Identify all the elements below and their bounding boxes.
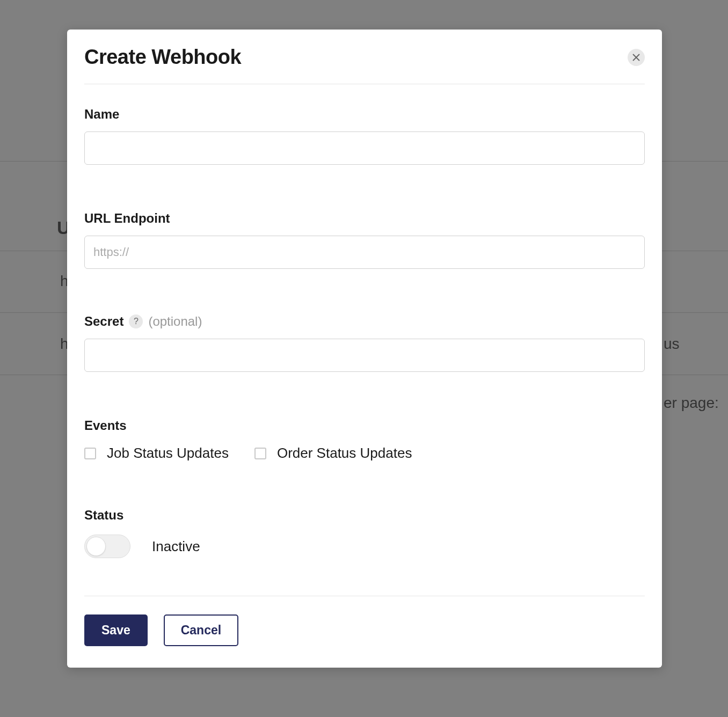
status-section: Status Inactive — [84, 508, 645, 558]
secret-input[interactable] — [84, 339, 645, 372]
url-endpoint-section: URL Endpoint — [84, 211, 645, 269]
create-webhook-modal: Create Webhook Name URL Endpoint Secret … — [67, 30, 662, 668]
status-label: Status — [84, 508, 645, 523]
close-button[interactable] — [628, 49, 645, 66]
url-endpoint-input[interactable] — [84, 236, 645, 269]
name-section: Name — [84, 107, 645, 165]
status-text: Inactive — [152, 538, 200, 555]
checkbox-job-status-label: Job Status Updates — [107, 445, 229, 462]
checkbox-job-status-box[interactable] — [84, 448, 96, 459]
name-input[interactable] — [84, 131, 645, 165]
modal-header: Create Webhook — [84, 46, 645, 84]
status-toggle[interactable] — [84, 535, 130, 558]
checkbox-job-status: Job Status Updates — [84, 445, 229, 462]
bg-text-fragment: er page: — [664, 394, 719, 412]
cancel-button[interactable]: Cancel — [164, 614, 238, 646]
bg-text-fragment: us — [664, 335, 680, 353]
close-icon — [632, 54, 640, 61]
modal-title: Create Webhook — [84, 46, 241, 69]
optional-text: (optional) — [148, 314, 202, 329]
secret-section: Secret ? (optional) — [84, 314, 645, 372]
checkbox-order-status: Order Status Updates — [254, 445, 412, 462]
checkbox-order-status-box[interactable] — [254, 448, 266, 459]
name-label: Name — [84, 107, 645, 122]
secret-label: Secret — [84, 314, 123, 329]
save-button[interactable]: Save — [84, 614, 148, 646]
help-icon[interactable]: ? — [129, 314, 143, 328]
events-section: Events Job Status Updates Order Status U… — [84, 418, 645, 462]
events-label: Events — [84, 418, 645, 433]
toggle-knob — [86, 537, 106, 556]
modal-footer: Save Cancel — [84, 596, 645, 646]
url-endpoint-label: URL Endpoint — [84, 211, 645, 226]
checkbox-order-status-label: Order Status Updates — [277, 445, 412, 462]
